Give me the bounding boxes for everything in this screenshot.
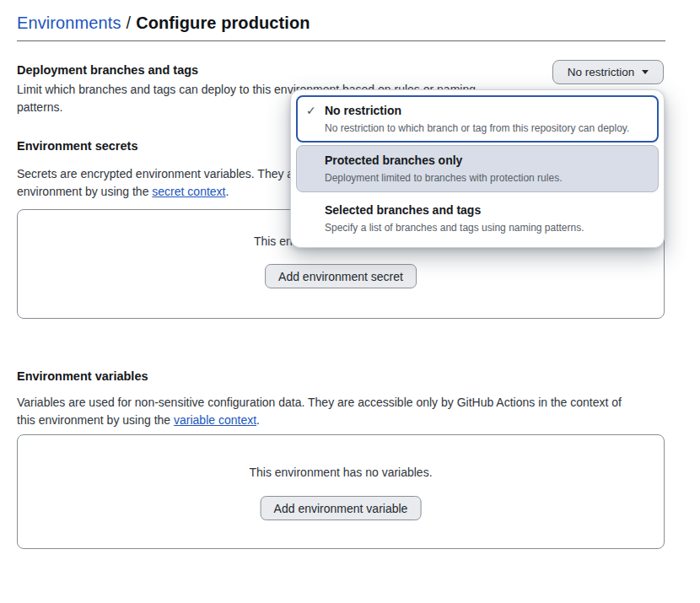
menu-item-body: Selected branches and tags Specify a lis…	[325, 202, 584, 235]
breadcrumb-separator: /	[126, 13, 131, 32]
add-environment-variable-button[interactable]: Add environment variable	[261, 496, 422, 520]
check-icon: ✓	[306, 102, 325, 119]
menu-item-title: Selected branches and tags	[325, 202, 584, 218]
secret-context-link[interactable]: secret context	[152, 185, 225, 198]
menu-item-body: No restriction No restriction to which b…	[325, 102, 629, 136]
breadcrumb: Environments/Configure production	[17, 13, 310, 33]
deployment-section-heading: Deployment branches and tags	[17, 63, 198, 77]
add-environment-secret-button[interactable]: Add environment secret	[265, 264, 417, 288]
variables-description-line2: this environment by using the variable c…	[17, 412, 622, 429]
restriction-select-button[interactable]: No restriction	[552, 60, 664, 84]
header-divider	[17, 40, 665, 41]
page-title: Configure production	[136, 13, 310, 32]
menu-item-selected-branches-and-tags[interactable]: Selected branches and tags Specify a lis…	[296, 195, 659, 242]
breadcrumb-environments-link[interactable]: Environments	[17, 13, 121, 32]
variables-empty-text: This environment has no variables.	[18, 466, 664, 479]
variables-section-heading: Environment variables	[17, 369, 148, 383]
menu-item-protected-branches-only[interactable]: Protected branches only Deployment limit…	[296, 145, 659, 192]
restriction-dropdown-menu: ✓ No restriction No restriction to which…	[290, 89, 665, 248]
variables-description-line1: Variables are used for non-sensitive con…	[17, 394, 622, 412]
restriction-select-label: No restriction	[568, 66, 635, 78]
menu-item-title: No restriction	[325, 102, 629, 119]
menu-item-description: Specify a list of branches and tags usin…	[325, 221, 584, 235]
variable-context-link[interactable]: variable context	[174, 413, 256, 427]
configure-environment-page: Environments/Configure production Deploy…	[0, 0, 700, 603]
menu-item-no-restriction[interactable]: ✓ No restriction No restriction to which…	[296, 95, 659, 143]
variables-empty-box: This environment has no variables. Add e…	[17, 434, 665, 549]
menu-item-body: Protected branches only Deployment limit…	[325, 152, 562, 186]
menu-item-description: No restriction to which branch or tag fr…	[325, 121, 629, 136]
menu-item-description: Deployment limited to branches with prot…	[325, 171, 562, 186]
secrets-section-heading: Environment secrets	[17, 139, 137, 153]
variables-section-description: Variables are used for non-sensitive con…	[17, 394, 622, 429]
chevron-down-icon	[642, 70, 649, 74]
menu-item-title: Protected branches only	[325, 152, 562, 169]
